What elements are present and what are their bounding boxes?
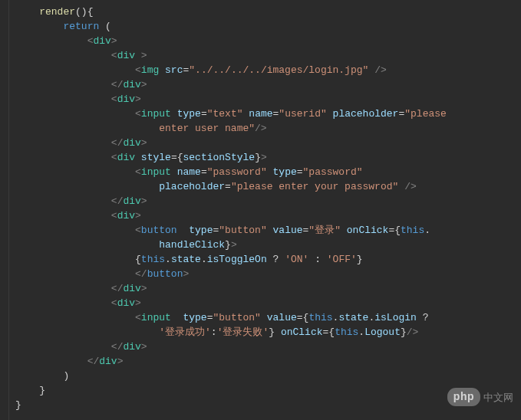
code-line: </div> <box>15 281 521 296</box>
code-token: = <box>297 312 303 323</box>
code-line: <div> <box>15 296 521 310</box>
code-token: img <box>141 64 159 76</box>
code-token: this <box>401 225 424 236</box>
code-token: "password" <box>207 166 267 178</box>
code-token: = <box>171 152 177 163</box>
code-token: div <box>117 210 135 221</box>
code-token: div <box>117 297 135 309</box>
code-token <box>428 312 434 323</box>
code-token: "please <box>404 108 452 120</box>
code-line: enter user name"/> <box>15 121 521 136</box>
code-token: } <box>357 254 363 265</box>
code-token: < <box>135 166 141 178</box>
code-token: = <box>201 108 207 120</box>
code-line: placeholder="please enter your passwrod"… <box>15 179 521 194</box>
code-token: return <box>63 21 99 32</box>
code-token: style <box>141 152 171 163</box>
code-token: input <box>141 108 171 120</box>
code-token: < <box>111 50 117 61</box>
code-line: render(){ <box>15 5 521 19</box>
code-token: . <box>424 225 430 236</box>
code-token: input <box>141 312 171 323</box>
code-token: isToggleOn <box>207 254 267 265</box>
code-token: } <box>225 239 231 251</box>
code-token: state <box>171 254 201 265</box>
code-token: } <box>401 326 407 338</box>
code-token: : <box>211 326 217 338</box>
code-token: > <box>231 239 237 251</box>
code-token: render <box>39 6 75 18</box>
code-token: this <box>335 326 358 338</box>
watermark: php 中文网 <box>447 388 513 406</box>
code-token <box>135 50 141 61</box>
code-token <box>363 166 369 178</box>
code-line: </div> <box>15 194 521 208</box>
code-token <box>267 254 273 265</box>
code-token: < <box>111 152 117 163</box>
code-line: } <box>15 383 521 398</box>
code-token <box>171 312 183 323</box>
editor-gutter <box>0 0 9 420</box>
code-token: : <box>315 254 321 265</box>
code-token: button <box>141 225 177 236</box>
code-token: button <box>147 268 183 280</box>
code-token: > <box>261 152 267 163</box>
code-token: > <box>135 94 141 105</box>
code-token: enter user name" <box>159 123 255 134</box>
code-token: . <box>165 254 171 265</box>
code-line: {this.state.isToggleOn ? 'ON' : 'OFF'} <box>15 252 521 267</box>
code-line: <img src="../../../../images/login.jpg" … <box>15 63 521 77</box>
code-token: name <box>177 166 201 178</box>
code-token: > <box>141 79 147 90</box>
code-token <box>398 181 404 192</box>
code-token: ) <box>63 370 69 382</box>
code-line: </div> <box>15 354 521 369</box>
code-line: <div style={sectionStyle}> <box>15 150 521 165</box>
code-token: { <box>177 152 183 163</box>
watermark-pill: php <box>447 388 480 406</box>
code-token: 'OFF' <box>327 254 357 265</box>
code-token: onClick <box>281 326 323 338</box>
code-token: type <box>177 108 201 120</box>
code-token: placeholder <box>159 181 225 192</box>
code-token: { <box>394 225 401 236</box>
code-token <box>327 108 333 120</box>
code-token <box>267 225 273 236</box>
code-token: '登录失败' <box>217 326 269 338</box>
code-token: . <box>201 254 207 265</box>
code-token <box>279 254 285 265</box>
code-token: > <box>111 35 117 47</box>
code-line: '登录成功':'登录失败'} onClick={this.Logout}/> <box>15 325 521 340</box>
code-token: (){ <box>75 6 93 18</box>
code-token: = <box>207 312 213 323</box>
code-token: < <box>111 94 117 105</box>
code-token: < <box>135 225 141 236</box>
code-line: <div> <box>15 34 521 48</box>
code-token: </ <box>135 268 147 280</box>
code-token <box>159 64 165 76</box>
code-token: div <box>123 341 140 353</box>
code-token: /> <box>374 64 387 76</box>
code-token: div <box>123 79 140 90</box>
code-token: > <box>141 137 147 149</box>
code-line: <input type="text" name="userid" placeho… <box>15 107 521 121</box>
code-line: </div> <box>15 136 521 150</box>
code-token: "please enter your passwrod" <box>231 181 398 192</box>
code-token: > <box>117 356 124 367</box>
code-token: > <box>135 297 141 309</box>
code-line: <div > <box>15 48 521 63</box>
code-token: </ <box>111 195 124 207</box>
code-line: ) <box>15 369 521 383</box>
code-token: div <box>99 356 117 367</box>
code-token: > <box>141 195 147 207</box>
code-token: div <box>123 195 140 207</box>
code-token: div <box>93 35 110 47</box>
code-token: Logout <box>364 326 401 338</box>
code-token: onClick <box>347 225 389 236</box>
code-line: <button type="button" value="登录" onClick… <box>15 223 521 238</box>
code-token <box>275 326 281 338</box>
code-token: "登录" <box>308 225 341 236</box>
code-line: <div> <box>15 92 521 107</box>
code-block: render(){ return ( <div> <div > <img src… <box>9 0 521 420</box>
code-token: type <box>183 312 206 323</box>
